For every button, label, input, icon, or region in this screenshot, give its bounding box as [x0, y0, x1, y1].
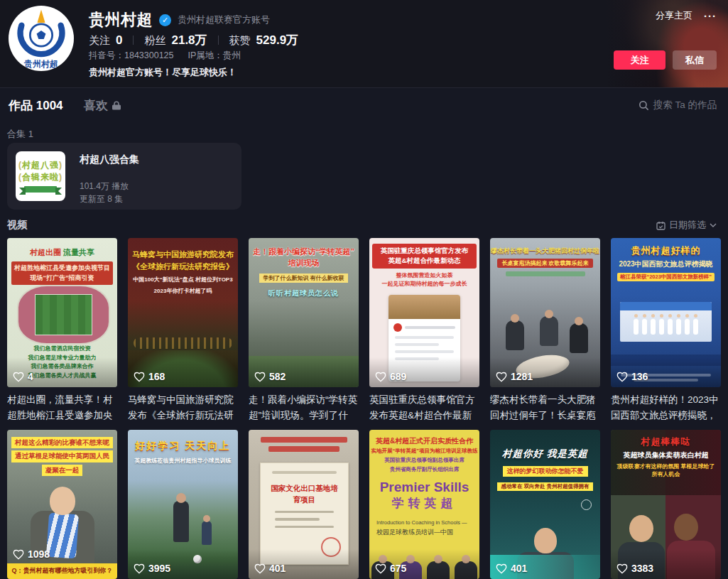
stat-followers: 粉丝21.8万 [144, 32, 207, 48]
stat-likes: 获赞529.9万 [229, 32, 299, 48]
video-card: 走！跟着小编探访“学转英超”培训现场 学到了什么新知识 有什么新收获 听听村超球… [249, 238, 359, 423]
question-banner: Q：贵州村超有哪些地方吸引到你？ [7, 563, 117, 579]
video-card: 村超这么精彩的比赛谁不想来呢 通过草根足球能使中英两国人民 凝聚在一起 Q：贵州… [7, 430, 117, 579]
heart-icon [254, 372, 266, 382]
thumbnail-art: 村超你好 我是英超 这样的梦幻联动你怎能不爱 感动常在 双向奔赴 贵州村超值得拥… [490, 430, 600, 579]
video-card: 村超棒棒哒 英超球员集体卖萌表白村超 顶级联赛才有这样的氛围 草根足球给了所有人… [611, 430, 721, 579]
profile-header: 贵州村超 贵州村超 ✓ 贵州村超联赛官方账号 关注0 粉丝21.8万 获赞529… [0, 0, 728, 87]
stats-row: 关注0 粉丝21.8万 获赞529.9万 [89, 32, 298, 48]
video-thumbnail[interactable]: 国家文化出口基地培育项目 401 [249, 430, 359, 579]
date-filter[interactable]: 日期筛选 [656, 219, 717, 232]
like-count: 1281 [496, 371, 533, 382]
videos-section-label: 视频 [7, 219, 27, 232]
profile-bio: 贵州村超官方账号！尽享足球快乐！ [89, 66, 237, 79]
profile-name: 贵州村超 [89, 9, 153, 31]
video-thumbnail[interactable]: 走！跟着小编探访“学转英超”培训现场 学到了什么新知识 有什么新收获 听听村超球… [249, 238, 359, 387]
video-card: 好好学习 天天向上 英超教练莅临贵州村超指导小球员训练 3995 [128, 430, 238, 579]
like-count: 136 [616, 371, 648, 382]
collection-section-label: 合集 1 [7, 128, 33, 141]
svg-text:贵州村超: 贵州村超 [23, 59, 58, 69]
like-count: 4 [13, 371, 33, 382]
video-title[interactable]: 缪杰村长带着一头大肥猪回村过侗年了！长桌宴庖汤搞起… [490, 392, 600, 423]
video-thumbnail[interactable]: 村超出圈 流量共享 村超胜地榕江县受邀参加央视节目现场“打广告”招商引资 我们急… [7, 238, 117, 387]
heart-icon [254, 563, 266, 574]
lock-icon [112, 101, 121, 110]
collection-title: 村超八强合集 [80, 153, 139, 166]
tab-likes[interactable]: 喜欢 [84, 97, 121, 114]
video-thumbnail[interactable]: 马蜂窝与中国旅游研究院发布《全球旅行新玩法研究报告》 中国100大“新玩法”盘点… [128, 238, 238, 387]
heart-icon [13, 372, 24, 382]
collection-thumbnail: (村超八强) (合辑来啦) [16, 151, 65, 201]
video-card: 村超出圈 流量共享 村超胜地榕江县受邀参加央视节目现场“打广告”招商引资 我们急… [7, 238, 117, 423]
header-divider [0, 87, 728, 88]
collection-card[interactable]: (村超八强) (合辑来啦) 村超八强合集 101.4万 播放 更新至 8 集 [7, 143, 241, 210]
avatar[interactable]: 贵州村超 [9, 6, 74, 71]
message-button[interactable]: 私信 [673, 50, 717, 70]
heart-icon [616, 563, 628, 574]
collection-plays: 101.4万 播放 [80, 180, 129, 193]
video-thumbnail[interactable]: 好好学习 天天向上 英超教练莅临贵州村超指导小球员训练 3995 [128, 430, 238, 579]
video-card: 英超&村超正式开启实质性合作 实地开展“学转英超”项目为榕江培训足球教练 英国驻… [369, 430, 479, 579]
stat-following: 关注0 [89, 33, 122, 48]
divider [133, 36, 134, 45]
profile-page: 贵州村超 贵州村超 ✓ 贵州村超联赛官方账号 关注0 粉丝21.8万 获赞529… [0, 0, 728, 579]
verified-label: 贵州村超联赛官方账号 [178, 13, 270, 26]
search-icon [639, 100, 649, 111]
heart-icon [13, 549, 24, 560]
video-thumbnail[interactable]: 缪杰村长带着一头大肥猪回村过侗年啦 长桌宴庖汤搞起来 欢歌载舞乐起来 1281 [490, 238, 600, 387]
video-title[interactable]: 马蜂窝与中国旅游研究院发布《全球旅行新玩法研究报告… [128, 392, 238, 423]
video-card: 贵州村超好样的 2023中国西部文旅总评榜揭晓 榕江县荣获“2023中国西部文旅… [611, 238, 721, 423]
video-title[interactable]: 贵州村超好样的！2023中国西部文旅总评榜揭晓，榕江县… [611, 392, 721, 423]
video-card: 缪杰村长带着一头大肥猪回村过侗年啦 长桌宴庖汤搞起来 欢歌载舞乐起来 1281 … [490, 238, 600, 423]
video-card: 英国驻重庆总领事馆官方发布英超&村超合作最新动态 整体氛围营造如火如荼一起见证和… [369, 238, 479, 423]
premier-league-logo-icon [581, 499, 592, 510]
search-works[interactable]: 搜索 Ta 的作品 [639, 99, 717, 112]
video-thumbnail[interactable]: 村超棒棒哒 英超球员集体卖萌表白村超 顶级联赛才有这样的氛围 草根足球给了所有人… [611, 430, 721, 579]
calendar-icon [656, 221, 665, 230]
like-count: 1098 [13, 548, 50, 560]
coach-shape [173, 501, 189, 542]
verified-badge-icon: ✓ [159, 14, 171, 26]
profile-meta: 抖音号：1843300125 IP属地：贵州 [89, 50, 241, 62]
heart-icon [496, 372, 507, 382]
video-thumbnail[interactable]: 贵州村超好样的 2023中国西部文旅总评榜揭晓 榕江县荣获“2023中国西部文旅… [611, 238, 721, 387]
heart-icon [375, 372, 386, 382]
tab-works[interactable]: 作品 1004 [9, 97, 63, 114]
heart-icon [134, 563, 145, 574]
like-count: 168 [134, 371, 165, 382]
like-count: 401 [496, 563, 527, 574]
video-title[interactable]: 村超出圈，流量共享！村超胜地榕江县受邀参加央视节目 … [7, 392, 117, 423]
share-profile-button[interactable]: 分享主页 [656, 9, 692, 22]
video-thumbnail[interactable]: 村超你好 我是英超 这样的梦幻联动你怎能不爱 感动常在 双向奔赴 贵州村超值得拥… [490, 430, 600, 579]
stage-shape [620, 302, 712, 342]
club-logo-icon: 贵州村超 [9, 6, 74, 71]
like-count: 3383 [616, 563, 653, 574]
video-grid: 村超出圈 流量共享 村超胜地榕江县受邀参加央视节目现场“打广告”招商引资 我们急… [7, 238, 721, 579]
like-count: 3995 [134, 563, 170, 574]
video-title[interactable]: 英国驻重庆总领事馆官方发布英超&村超合作最新动态如… [369, 392, 479, 423]
video-card: 国家文化出口基地培育项目 401 [249, 430, 359, 579]
collection-episodes: 更新至 8 集 [80, 193, 123, 205]
video-title[interactable]: 走！跟着小编探访“学转英超”培训现场。学到了什么… [249, 392, 359, 423]
like-count: 675 [375, 563, 406, 574]
ip-location: IP属地：贵州 [188, 50, 241, 62]
video-thumbnail[interactable]: 村超这么精彩的比赛谁不想来呢 通过草根足球能使中英两国人民 凝聚在一起 Q：贵州… [7, 430, 117, 579]
chevron-down-icon [710, 223, 717, 227]
video-thumbnail[interactable]: 英国驻重庆总领事馆官方发布英超&村超合作最新动态 整体氛围营造如火如荼一起见证和… [369, 238, 479, 387]
like-count: 582 [254, 371, 286, 382]
divider [218, 36, 219, 45]
follow-button[interactable]: 关注 [614, 50, 665, 70]
ribbon-decoration [24, 186, 57, 193]
heart-icon [134, 372, 145, 382]
heart-icon [496, 563, 507, 574]
like-count: 689 [375, 371, 406, 382]
douyin-id: 抖音号：1843300125 [89, 50, 174, 62]
heart-icon [616, 372, 628, 382]
video-card: 马蜂窝与中国旅游研究院发布《全球旅行新玩法研究报告》 中国100大“新玩法”盘点… [128, 238, 238, 423]
like-count: 401 [254, 563, 286, 574]
more-options-button[interactable]: ··· [704, 10, 717, 22]
heart-icon [375, 563, 386, 574]
video-thumbnail[interactable]: 英超&村超正式开启实质性合作 实地开展“学转英超”项目为榕江培训足球教练 英国驻… [369, 430, 479, 579]
video-card: 村超你好 我是英超 这样的梦幻联动你怎能不爱 感动常在 双向奔赴 贵州村超值得拥… [490, 430, 600, 579]
